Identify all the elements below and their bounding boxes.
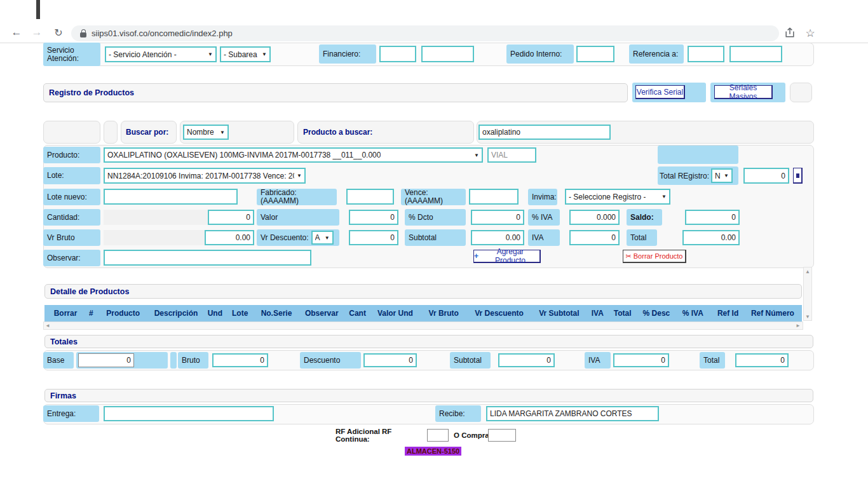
share-icon[interactable] (783, 27, 796, 39)
browser-tab-bar (0, 0, 868, 24)
url-text: siips01.visof.co/oncomedic/index2.php (92, 29, 233, 38)
entrega-input[interactable] (104, 406, 274, 421)
column-header: Lote (226, 309, 254, 318)
fabricado-input[interactable] (346, 189, 394, 205)
totales-descuento-input[interactable] (363, 353, 417, 367)
subtotal-label: Subtotal (405, 229, 466, 246)
scroll-left-icon[interactable]: ◄ (44, 322, 51, 330)
column-header: Ref Id (710, 309, 746, 318)
subtotal-input[interactable] (471, 230, 524, 245)
vence-input[interactable] (469, 189, 519, 205)
totales-descuento-label: Descuento (300, 352, 361, 369)
column-header: Descripción (148, 309, 204, 318)
totales-base-label: Base (43, 352, 74, 369)
o-compra-label: O Compra: (454, 429, 491, 442)
back-icon[interactable]: ← (9, 25, 24, 40)
reload-icon[interactable]: ↻ (51, 25, 66, 40)
column-header: Total (608, 309, 637, 318)
registro-productos-title: Registro de Productos (43, 83, 628, 102)
invima-select[interactable]: - Seleccione Registro - ▼ (565, 189, 670, 205)
valor-input[interactable] (349, 210, 398, 225)
search-spacer-2 (104, 121, 118, 144)
total-registro-select[interactable]: N ▼ (711, 168, 733, 183)
financiero-field-1[interactable] (379, 46, 416, 62)
observar-label: Observar: (43, 250, 100, 266)
referencia-field-1[interactable] (688, 46, 724, 62)
cantidad-input[interactable] (208, 210, 254, 225)
lote-select[interactable]: NN1284A:20109106 Invima: 2017M-0017738 V… (104, 168, 306, 184)
pct-dcto-label: % Dcto (405, 209, 466, 226)
financiero-label: Financiero: (319, 44, 376, 64)
subarea-select[interactable]: - Subarea - ▼ (220, 46, 271, 62)
totales-subtotal-label: Subtotal (450, 352, 491, 369)
totales-bruto-input[interactable] (212, 353, 268, 367)
vr-descuento-input[interactable] (349, 230, 398, 245)
agregar-producto-button[interactable]: + Agregar Producto (473, 250, 541, 263)
producto-a-buscar-input[interactable] (478, 125, 611, 140)
valor-label: Valor (257, 209, 339, 226)
pct-dcto-input[interactable] (471, 210, 524, 225)
vr-bruto-label: Vr Bruto (43, 229, 100, 246)
column-header: No.Serie (254, 309, 299, 318)
vr-bruto-input[interactable] (205, 230, 254, 245)
lote-nuevo-input[interactable] (104, 189, 238, 205)
totales-title: Totales (44, 335, 813, 348)
fabricado-label: Fabricado: (AAAAMM) (257, 189, 337, 205)
borrar-producto-button[interactable]: ✂ Borrar Producto (623, 250, 686, 263)
forward-icon[interactable]: → (29, 25, 44, 40)
chevron-down-icon: ▼ (474, 152, 479, 158)
scroll-up-icon[interactable]: ▲ (803, 268, 812, 275)
screen: ← → ↻ siips01.visof.co/oncomedic/index2.… (0, 0, 868, 488)
pct-iva-label: % IVA (528, 209, 560, 226)
totales-base-input[interactable] (78, 353, 134, 367)
chevron-down-icon: ▼ (208, 51, 213, 57)
producto-select[interactable]: OXALIPLATINO (OXALISEVEN) 100MG-INVIMA 2… (104, 147, 483, 163)
recibe-input[interactable] (486, 406, 659, 421)
seriales-masivos-button[interactable]: Seriales Masivos (714, 85, 773, 99)
chevron-down-icon: ▼ (297, 173, 302, 179)
pedido-interno-field[interactable] (576, 46, 614, 62)
saldo-label: Saldo: (627, 209, 662, 226)
vence-label: Vence: (AAAAMM) (401, 189, 466, 205)
recibe-label: Recibe: (435, 405, 481, 422)
total-registro-label: Total REgistro: (660, 172, 709, 180)
buscar-por-label: Buscar por: (126, 121, 168, 144)
total-input[interactable] (682, 230, 740, 245)
totales-bruto-label: Bruto (178, 352, 208, 369)
observar-input[interactable] (104, 250, 311, 266)
total-registro-mini-button[interactable] (793, 168, 803, 184)
o-compra-input[interactable] (488, 429, 516, 442)
pedido-interno-label: Pedido Interno: (506, 44, 574, 64)
servicio-atencion-label: Servicio Atención: (43, 43, 100, 66)
firmas-title: Firmas (44, 389, 813, 402)
referencia-field-2[interactable] (729, 46, 782, 62)
invima-label: Invima: (528, 189, 557, 205)
totales-subtotal-input[interactable] (498, 353, 555, 367)
chevron-down-icon: ▼ (661, 194, 667, 200)
scroll-right-icon[interactable]: ► (794, 322, 802, 330)
pct-iva-input[interactable] (569, 210, 620, 225)
vr-descuento-select[interactable]: A ▼ (311, 231, 334, 245)
vr-bruto-strip (104, 230, 205, 245)
totales-iva-input[interactable] (613, 353, 669, 367)
totales-total-input[interactable] (735, 353, 789, 367)
buscar-por-select[interactable]: Nombre ▼ (183, 125, 229, 140)
verifica-serial-button[interactable]: Verifica Serial (635, 85, 685, 99)
bookmark-star-icon[interactable]: ☆ (803, 25, 817, 41)
saldo-input[interactable] (685, 210, 740, 225)
iva-input[interactable] (569, 230, 620, 245)
iva-label: IVA (528, 229, 560, 246)
servicio-atencion-select[interactable]: - Servicio Atención - ▼ (105, 46, 217, 62)
scroll-down-icon[interactable]: ▼ (803, 313, 812, 320)
rf-continua-input[interactable] (427, 429, 449, 442)
chevron-down-icon: ▼ (220, 130, 225, 135)
total-registro-input[interactable] (743, 168, 789, 184)
financiero-field-2[interactable] (421, 46, 474, 62)
column-header: Valor Und (370, 309, 420, 318)
plus-icon: + (474, 252, 478, 261)
unidad-field[interactable] (487, 147, 536, 163)
column-header: Producto (98, 309, 148, 318)
address-bar[interactable]: siips01.visof.co/oncomedic/index2.php (71, 25, 779, 41)
detalle-productos-title: Detalle de Productos (44, 284, 802, 299)
horizontal-scrollbar[interactable] (43, 322, 803, 330)
